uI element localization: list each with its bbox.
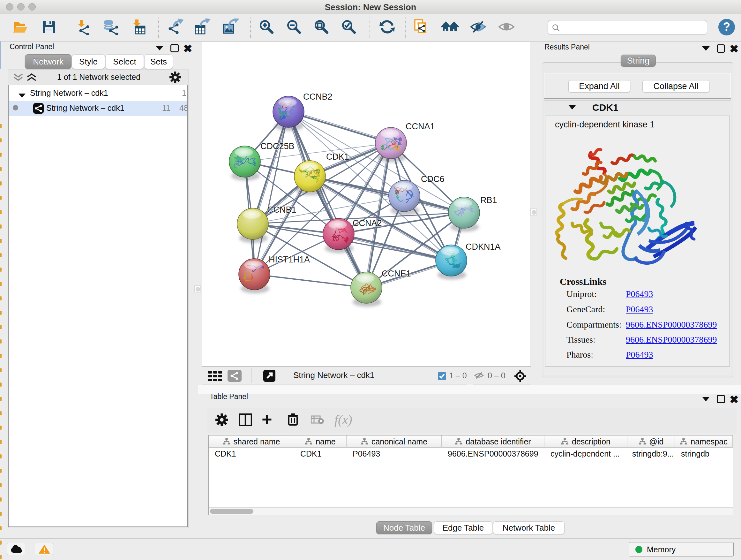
svg-text:CDC6: CDC6 (421, 174, 445, 184)
svg-text:RB1: RB1 (480, 195, 497, 205)
svg-text:CDC25B: CDC25B (260, 141, 294, 151)
svg-text:CDKN1A: CDKN1A (466, 242, 501, 252)
svg-text:CCNE1: CCNE1 (382, 269, 411, 278)
svg-text:CCNA1: CCNA1 (406, 122, 435, 131)
svg-text:CCNB1: CCNB1 (267, 205, 296, 214)
svg-text:CCNA2: CCNA2 (353, 219, 382, 228)
svg-text:CDK1: CDK1 (326, 152, 349, 162)
svg-text:CCNB2: CCNB2 (303, 92, 333, 102)
svg-text:HIST1H1A: HIST1H1A (269, 255, 310, 264)
